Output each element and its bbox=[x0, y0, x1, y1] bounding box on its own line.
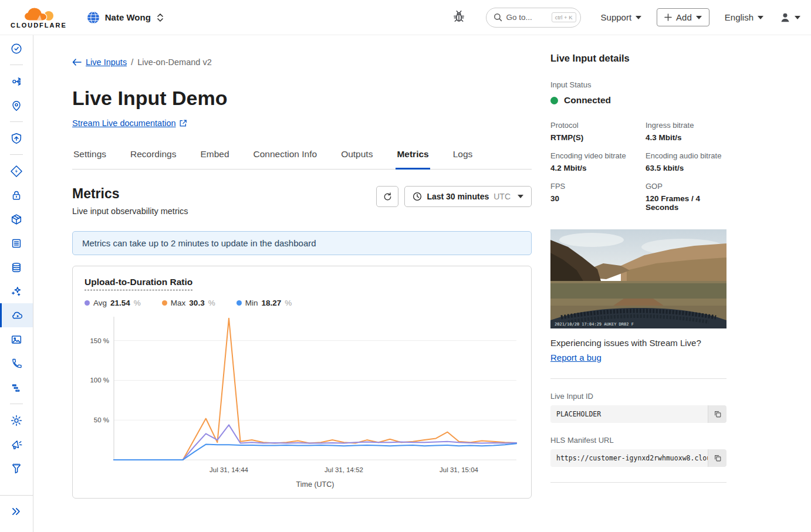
sidebar-item-settings[interactable] bbox=[0, 408, 33, 432]
refresh-icon bbox=[383, 192, 393, 202]
copy-icon bbox=[714, 454, 722, 462]
tab-settings[interactable]: Settings bbox=[72, 144, 107, 170]
live-input-id-value: PLACEHOLDER bbox=[550, 405, 708, 423]
gear-icon bbox=[10, 414, 23, 427]
globe-icon bbox=[87, 11, 100, 24]
stream-docs-link[interactable]: Stream Live documentation bbox=[72, 118, 532, 128]
legend-avg: Avg 21.54 % bbox=[85, 299, 141, 307]
sidebar-item-ai[interactable] bbox=[0, 279, 33, 303]
chevrons-right-icon bbox=[11, 506, 22, 517]
collapse-sidebar-button[interactable] bbox=[11, 506, 22, 519]
sidebar-item-time[interactable] bbox=[0, 36, 33, 60]
add-button[interactable]: Add bbox=[657, 8, 709, 26]
metrics-info-banner: Metrics can take up to 2 minutes to upda… bbox=[72, 231, 532, 255]
detail-label: Protocol bbox=[550, 121, 646, 130]
cloudflare-logo[interactable]: CLOUDFLARE bbox=[11, 6, 67, 29]
caret-down-icon bbox=[795, 16, 800, 19]
tab-metrics[interactable]: Metrics bbox=[396, 144, 430, 170]
sidebar-item-funnel[interactable] bbox=[0, 456, 33, 480]
legend-dot-avg bbox=[85, 300, 90, 306]
tab-recordings[interactable]: Recordings bbox=[129, 144, 177, 170]
metrics-subheading: Live input observability metrics bbox=[72, 206, 188, 216]
account-switcher[interactable]: Nate Wong bbox=[87, 11, 164, 24]
ai-sparkles-icon bbox=[10, 285, 23, 298]
detail-protocol: Protocol RTMP(S) bbox=[550, 121, 646, 142]
language-menu[interactable]: English bbox=[725, 12, 763, 22]
plus-icon bbox=[664, 13, 672, 21]
sidebar-item-ssl[interactable] bbox=[0, 183, 33, 207]
detail-label: Encoding audio bitrate bbox=[646, 151, 726, 160]
live-preview-thumbnail: 2021/10/20 17:04:29 AUKEY DR02 F bbox=[550, 229, 726, 328]
detail-label: Ingress bitrate bbox=[646, 121, 726, 130]
database-icon bbox=[10, 261, 23, 274]
add-label: Add bbox=[676, 12, 692, 22]
legend-min: Min 18.27 % bbox=[236, 299, 292, 307]
sidebar-item-geo[interactable] bbox=[0, 93, 33, 117]
images-icon bbox=[10, 333, 23, 346]
breadcrumb-current: Live-on-Demand v2 bbox=[137, 57, 212, 67]
hls-manifest-field: https://customer-igynxd2rwhmuoxw8.cloudf bbox=[550, 449, 726, 467]
detail-audio-bitrate: Encoding audio bitrate 63.5 kbit/s bbox=[646, 151, 726, 172]
thumbnail-timestamp: 2021/10/20 17:04:29 AUKEY DR02 F bbox=[555, 322, 634, 327]
back-arrow-icon[interactable] bbox=[72, 59, 82, 66]
svg-text:Time (UTC): Time (UTC) bbox=[296, 480, 334, 489]
sidebar-item-workers[interactable] bbox=[0, 231, 33, 255]
status-value: Connected bbox=[564, 95, 611, 106]
detail-value: 63.5 kbit/s bbox=[646, 164, 726, 172]
copy-hls-manifest-button[interactable] bbox=[708, 449, 726, 467]
time-range-zone: UTC bbox=[494, 192, 511, 201]
stream-cloud-play-icon bbox=[11, 309, 24, 322]
shield-arrow-icon bbox=[10, 132, 23, 145]
detail-value: RTMP(S) bbox=[550, 133, 646, 142]
clock-icon bbox=[413, 192, 422, 201]
sidebar-item-d1[interactable] bbox=[0, 255, 33, 279]
sidebar-item-speed[interactable] bbox=[0, 159, 33, 183]
sidebar-divider bbox=[10, 121, 23, 122]
breadcrumb-live-inputs-link[interactable]: Live Inputs bbox=[86, 57, 127, 67]
sidebar-item-stream[interactable] bbox=[0, 303, 33, 327]
sidebar-item-security[interactable] bbox=[0, 126, 33, 150]
search-icon bbox=[494, 13, 502, 22]
user-menu[interactable] bbox=[779, 11, 800, 24]
time-range-label: Last 30 minutes bbox=[427, 192, 489, 201]
tab-logs[interactable]: Logs bbox=[452, 144, 474, 170]
tab-connection-info[interactable]: Connection Info bbox=[252, 144, 319, 170]
location-pin-icon bbox=[10, 99, 23, 112]
account-name: Nate Wong bbox=[105, 12, 151, 22]
user-icon bbox=[779, 11, 792, 24]
lightning-diamond-icon bbox=[10, 165, 23, 178]
legend-max-value: 30.3 bbox=[189, 299, 204, 307]
sidebar-item-images[interactable] bbox=[0, 327, 33, 351]
stream-docs-label: Stream Live documentation bbox=[72, 118, 176, 128]
copy-icon bbox=[714, 410, 722, 418]
detail-value: 30 bbox=[550, 194, 646, 203]
cloudflare-cloud-icon bbox=[19, 6, 58, 23]
legend-avg-unit: % bbox=[134, 299, 141, 307]
report-bug-link[interactable]: Report a bug bbox=[550, 353, 602, 362]
refresh-button[interactable] bbox=[376, 186, 398, 207]
sidebar-item-calls[interactable] bbox=[0, 351, 33, 375]
tab-embed[interactable]: Embed bbox=[199, 144, 230, 170]
sidebar-item-notifications[interactable] bbox=[0, 432, 33, 456]
hls-manifest-value: https://customer-igynxd2rwhmuoxw8.cloudf bbox=[550, 449, 708, 467]
sidebar-item-network[interactable] bbox=[0, 69, 33, 93]
caret-down-icon bbox=[518, 195, 523, 198]
caret-down-icon bbox=[696, 16, 702, 19]
svg-text:150 %: 150 % bbox=[90, 337, 109, 344]
bug-report-icon[interactable] bbox=[452, 9, 466, 26]
breadcrumb-separator: / bbox=[131, 57, 133, 67]
detail-video-bitrate: Encoding video bitrate 4.2 Mbit/s bbox=[550, 151, 646, 172]
tab-outputs[interactable]: Outputs bbox=[340, 144, 374, 170]
tab-bar: Settings Recordings Embed Connection Inf… bbox=[72, 144, 532, 170]
sidebar-item-queues[interactable] bbox=[0, 375, 33, 399]
legend-min-unit: % bbox=[285, 299, 292, 307]
detail-label: GOP bbox=[646, 182, 726, 191]
time-range-dropdown[interactable]: Last 30 minutes UTC bbox=[404, 186, 532, 207]
caret-sort-icon bbox=[156, 12, 164, 23]
language-label: English bbox=[725, 12, 753, 22]
sidebar-item-r2[interactable] bbox=[0, 207, 33, 231]
copy-live-input-id-button[interactable] bbox=[708, 405, 726, 423]
global-search[interactable]: Go to... ctrl + K bbox=[486, 8, 581, 28]
support-menu[interactable]: Support bbox=[601, 12, 642, 22]
svg-text:50 %: 50 % bbox=[94, 416, 109, 423]
